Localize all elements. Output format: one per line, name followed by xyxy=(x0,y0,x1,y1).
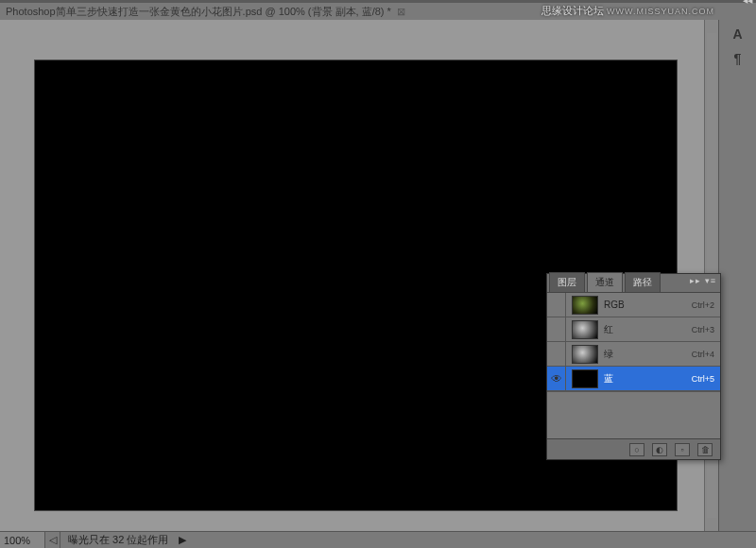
statusbar: 100% ◁ 曝光只在 32 位起作用 ▶ xyxy=(0,531,756,548)
tab-channels[interactable]: 通道 xyxy=(587,272,623,292)
visibility-toggle-icon[interactable] xyxy=(547,317,566,341)
status-play-icon[interactable]: ▶ xyxy=(176,534,189,546)
channel-row-绿[interactable]: 绿Ctrl+4 xyxy=(547,342,720,367)
watermark-url: WWW.MISSYUAN.COM xyxy=(607,7,714,16)
app-topbar xyxy=(0,0,756,3)
channel-shortcut: Ctrl+2 xyxy=(679,300,720,310)
channel-name: 绿 xyxy=(604,348,679,361)
save-selection-icon[interactable]: ◐ xyxy=(652,443,667,456)
zoom-stepper-icon[interactable]: ◁ xyxy=(45,532,60,548)
panel-tabs: 图层 通道 路径 ▸▸ ▾≡ xyxy=(547,274,720,293)
channel-row-蓝[interactable]: 👁蓝Ctrl+5 xyxy=(547,367,720,391)
paragraph-tool-icon[interactable]: ¶ xyxy=(725,48,751,69)
channel-list: RGBCtrl+2红Ctrl+3绿Ctrl+4👁蓝Ctrl+5 xyxy=(547,293,720,391)
watermark-name: 思缘设计论坛 xyxy=(541,5,604,16)
panel-menu-icon[interactable]: ▸▸ ▾≡ xyxy=(690,276,716,285)
channel-shortcut: Ctrl+5 xyxy=(679,374,720,384)
visibility-toggle-icon[interactable] xyxy=(547,293,566,317)
load-selection-icon[interactable]: ○ xyxy=(629,443,644,456)
channel-row-红[interactable]: 红Ctrl+3 xyxy=(547,317,720,342)
channels-panel: 图层 通道 路径 ▸▸ ▾≡ RGBCtrl+2红Ctrl+3绿Ctrl+4👁蓝… xyxy=(546,273,721,460)
tab-paths[interactable]: 路径 xyxy=(625,272,661,292)
zoom-field[interactable]: 100% xyxy=(0,532,45,548)
channel-shortcut: Ctrl+3 xyxy=(679,325,720,334)
close-document-icon[interactable]: ⊠ xyxy=(397,6,405,18)
tab-layers[interactable]: 图层 xyxy=(549,272,585,292)
channel-row-RGB[interactable]: RGBCtrl+2 xyxy=(547,293,720,317)
channel-shortcut: Ctrl+4 xyxy=(679,350,720,359)
channel-name: RGB xyxy=(604,300,679,310)
channel-name: 红 xyxy=(604,323,679,336)
channel-name: 蓝 xyxy=(604,372,679,385)
right-toolbar: A ¶ xyxy=(718,20,756,531)
channel-thumbnail xyxy=(572,345,598,364)
document-title: Photoshop简单三步快速打造一张金黄色的小花图片.psd @ 100% (… xyxy=(6,5,391,19)
panel-footer: ○ ◐ ▫ 🗑 xyxy=(547,438,720,459)
channel-thumbnail xyxy=(572,320,598,339)
watermark: 思缘设计论坛 WWW.MISSYUAN.COM xyxy=(541,4,714,18)
panel-spacer xyxy=(547,391,720,438)
visibility-toggle-icon[interactable]: 👁 xyxy=(547,367,566,390)
type-tool-icon[interactable]: A xyxy=(725,24,751,44)
channel-thumbnail xyxy=(572,369,598,388)
delete-channel-icon[interactable]: 🗑 xyxy=(697,443,713,456)
status-info: 曝光只在 32 位起作用 xyxy=(60,533,176,547)
new-channel-icon[interactable]: ▫ xyxy=(675,443,690,456)
channel-thumbnail xyxy=(572,296,598,315)
visibility-toggle-icon[interactable] xyxy=(547,342,566,366)
